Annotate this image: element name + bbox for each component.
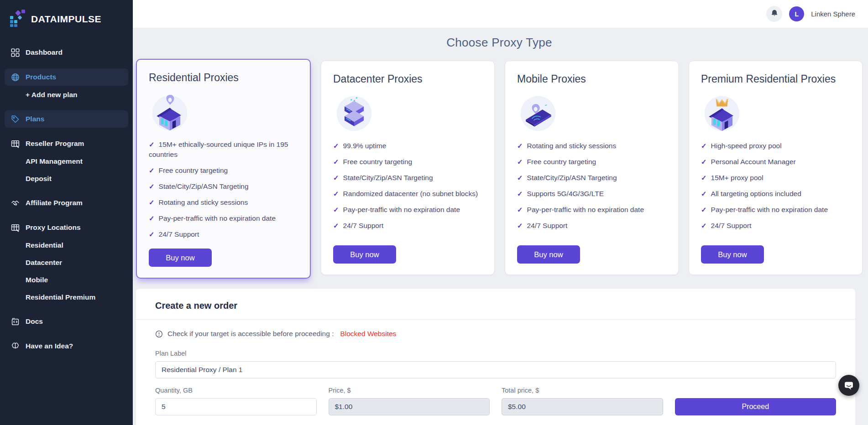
card-mobile-proxies[interactable]: Mobile Proxies ✓Rotating and sticky sess…	[505, 61, 679, 275]
sidebar-item-docs[interactable]: Docs	[5, 313, 128, 330]
card-residential-proxies[interactable]: Residential Proxies ✓15M+	[136, 59, 311, 279]
feature-list: ✓Rotating and sticky sessions ✓Free coun…	[517, 141, 666, 237]
feature-item: ✓Rotating and sticky sessions	[517, 141, 666, 151]
feature-item: ✓99.9% uptime	[333, 141, 482, 151]
sidebar-item-label: Plans	[26, 115, 44, 123]
sidebar-item-label: Reseller Program	[26, 140, 84, 148]
page-title: Choose Proxy Type	[136, 36, 863, 50]
sidebar-item-reseller-program[interactable]: Reseller Program	[5, 135, 128, 152]
check-icon: ✓	[701, 174, 707, 181]
content: Choose Proxy Type Residential Proxies	[133, 28, 868, 425]
check-icon: ✓	[149, 166, 155, 174]
proceed-button[interactable]: Proceed	[675, 398, 837, 415]
sidebar-item-affiliate-program[interactable]: Affiliate Program	[5, 194, 128, 212]
check-icon: ✓	[517, 142, 523, 150]
sidebar-item-residential-premium[interactable]: Residential Premium	[5, 289, 128, 306]
check-icon: ✓	[333, 158, 339, 166]
check-icon: ✓	[149, 140, 155, 148]
check-icon: ✓	[149, 198, 155, 206]
card-premium-residential-proxies[interactable]: Premium Residential Proxies	[689, 61, 863, 275]
sidebar-item-dashboard[interactable]: Dashboard	[5, 44, 128, 61]
feature-item: ✓Supports 5G/4G/3G/LTE	[517, 189, 666, 199]
feature-item: ✓24/7 Support	[701, 221, 850, 231]
check-icon: ✓	[333, 174, 339, 181]
plan-label: Plan Label	[155, 350, 836, 357]
sidebar-item-api-management[interactable]: API Management	[5, 153, 128, 170]
check-icon: ✓	[701, 222, 707, 229]
feature-item: ✓State/City/Zip/ASN Targeting	[149, 181, 298, 192]
check-icon: ✓	[149, 182, 155, 190]
check-icon: ✓	[701, 190, 707, 197]
sidebar-item-datacenter[interactable]: Datacenter	[5, 254, 128, 271]
sidebar-item-deposit[interactable]: Deposit	[5, 171, 128, 187]
feature-item: ✓Pay-per-traffic with no expiration date	[517, 205, 666, 215]
sidebar-item-label: Residential Premium	[26, 293, 95, 301]
sidebar-item-label: Have an Idea?	[26, 342, 73, 350]
chat-launcher-button[interactable]	[838, 375, 859, 396]
check-icon: ✓	[517, 158, 523, 166]
plan-label-input[interactable]	[155, 361, 836, 378]
sidebar-item-label: Datacenter	[26, 259, 62, 267]
house-location-illustration	[149, 90, 191, 132]
quantity-group: Quantity, GB	[155, 387, 317, 415]
sidebar-item-products[interactable]: Products	[5, 68, 128, 86]
order-fields-row: Quantity, GB Price, $ Total price, $ Pro…	[155, 387, 836, 415]
feature-item: ✓15M+ proxy pool	[701, 173, 850, 183]
docs-code-icon	[10, 317, 20, 326]
blocked-websites-link[interactable]: Blocked Websites	[340, 330, 396, 338]
dashboard-icon	[10, 48, 20, 57]
user-name[interactable]: Linken Sphere	[811, 10, 855, 18]
plan-label-group: Plan Label	[155, 350, 836, 378]
price-group: Price, $	[329, 387, 490, 415]
quantity-input[interactable]	[155, 398, 317, 415]
crown-house-illustration	[701, 92, 743, 134]
feature-item: ✓All targeting options included	[701, 189, 850, 199]
feature-item: ✓24/7 Support	[149, 229, 298, 239]
notifications-button[interactable]	[766, 6, 782, 22]
check-icon: ✓	[517, 222, 523, 229]
check-icon: ✓	[149, 214, 155, 222]
feature-item: ✓Randomized datacenter (no subnet blocks…	[333, 189, 482, 199]
check-icon: ✓	[333, 190, 339, 197]
price-label: Price, $	[329, 387, 490, 394]
check-icon: ✓	[333, 206, 339, 213]
sidebar-item-proxy-locations[interactable]: Proxy Locations	[5, 219, 128, 236]
order-form: Plan Label Quantity, GB Price, $	[136, 338, 855, 415]
feature-item: ✓24/7 Support	[333, 221, 482, 231]
sidebar: DATAIMPULSE Dashboard	[0, 0, 133, 425]
logo[interactable]: DATAIMPULSE	[0, 7, 133, 34]
sidebar-item-label: Products	[26, 73, 56, 81]
feature-item: ✓Rotating and sticky sessions	[149, 197, 298, 207]
feature-item: ✓Pay-per-traffic with no expiration date	[701, 205, 850, 215]
chat-bubble-icon	[844, 380, 854, 390]
check-icon: ✓	[517, 190, 523, 197]
feature-item: ✓Free country targeting	[333, 157, 482, 167]
sidebar-item-have-an-idea[interactable]: Have an Idea?	[5, 337, 128, 355]
server-stack-illustration	[333, 92, 375, 134]
sidebar-item-label: Residential	[26, 241, 63, 249]
sidebar-item-plans[interactable]: Plans	[5, 110, 128, 128]
check-icon: ✓	[149, 230, 155, 238]
buy-now-button-datacenter[interactable]: Buy now	[333, 245, 396, 264]
sidebar-item-label: Docs	[26, 317, 43, 326]
sidebar-item-label: Proxy Locations	[26, 223, 81, 232]
sidebar-item-residential[interactable]: Residential	[5, 237, 128, 254]
buy-now-button-residential[interactable]: Buy now	[149, 249, 212, 267]
feature-item: ✓Pay-per-traffic with no expiration date	[333, 205, 482, 215]
table-pencil-icon	[10, 223, 20, 232]
sidebar-item-mobile[interactable]: Mobile	[5, 272, 128, 288]
price-input	[329, 398, 490, 415]
sidebar-item-add-new-plan[interactable]: + Add new plan	[5, 87, 128, 103]
avatar[interactable]: L	[789, 6, 804, 21]
target-check-notice: Check if your target is accessible befor…	[136, 320, 855, 338]
card-datacenter-proxies[interactable]: Datacenter Proxies	[321, 61, 495, 275]
info-icon	[155, 330, 163, 338]
sidebar-item-label: Dashboard	[26, 48, 63, 57]
total-price-group: Total price, $	[502, 387, 663, 415]
buy-now-button-premium[interactable]: Buy now	[701, 245, 764, 264]
brain-icon	[10, 342, 20, 351]
feature-item: ✓Personal Account Manager	[701, 157, 850, 167]
buy-now-button-mobile[interactable]: Buy now	[517, 245, 580, 264]
sidebar-item-label: + Add new plan	[26, 91, 78, 99]
feature-item: ✓Free country targeting	[517, 157, 666, 167]
